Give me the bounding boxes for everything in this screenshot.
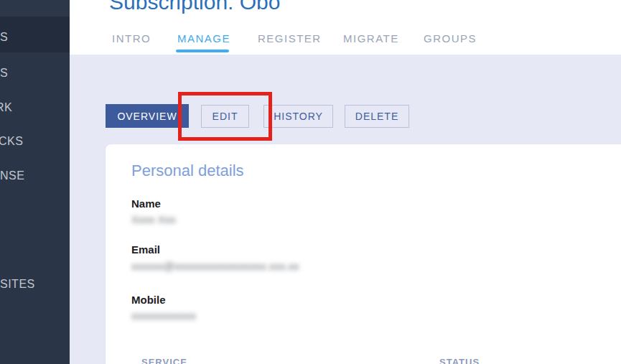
card-title: Personal details: [131, 162, 244, 180]
sidebar-item-2[interactable]: S: [0, 67, 8, 80]
sidebar-item-label: NSE: [0, 169, 24, 182]
page-title: Subscription: Obo: [109, 0, 280, 14]
personal-details-card: Personal details Name Xxxx Xxx Email xxx…: [106, 144, 621, 364]
sidebar: S S RK CKS NSE SITES: [0, 0, 70, 364]
overview-button[interactable]: OVERVIEW: [106, 104, 189, 128]
service-column-header: SERVICE: [141, 357, 187, 364]
status-column-header: STATUS: [439, 357, 480, 364]
sidebar-item-label: S: [0, 67, 8, 79]
history-button[interactable]: HISTORY: [263, 105, 333, 128]
email-label: Email: [131, 243, 160, 256]
tab-register[interactable]: REGISTER: [258, 32, 322, 45]
delete-button[interactable]: DELETE: [345, 105, 409, 128]
sidebar-item-label: CKS: [0, 135, 23, 147]
tab-intro[interactable]: INTRO: [112, 32, 151, 45]
name-label: Name: [131, 197, 161, 210]
tab-migrate[interactable]: MIGRATE: [343, 32, 399, 45]
email-value-redacted: xxxxxx@xxxxxxxxxxxxxxxxx.xxx.xx: [131, 260, 299, 272]
active-tab-underline: [176, 50, 229, 52]
sidebar-item-3[interactable]: RK: [0, 101, 12, 114]
sidebar-item-selected[interactable]: S: [0, 17, 70, 52]
mobile-label: Mobile: [131, 294, 166, 306]
tab-groups[interactable]: GROUPS: [424, 32, 477, 45]
sidebar-item-label: SITES: [0, 278, 35, 290]
sidebar-item-4[interactable]: CKS: [0, 135, 23, 148]
edit-button[interactable]: EDIT: [201, 105, 249, 128]
sidebar-item-sites[interactable]: SITES: [0, 278, 35, 291]
sidebar-item-label: RK: [0, 101, 12, 113]
page-header: Subscription: Obo INTRO MANAGE REGISTER …: [70, 0, 621, 55]
sidebar-top-strip: [0, 0, 70, 17]
sidebar-item-5[interactable]: NSE: [0, 169, 24, 182]
mobile-value-redacted: xxxxxxxxxxxx: [131, 309, 196, 322]
name-value-redacted: Xxxx Xxx: [131, 213, 176, 225]
tab-manage[interactable]: MANAGE: [177, 32, 230, 45]
sidebar-item-label: S: [0, 31, 8, 44]
